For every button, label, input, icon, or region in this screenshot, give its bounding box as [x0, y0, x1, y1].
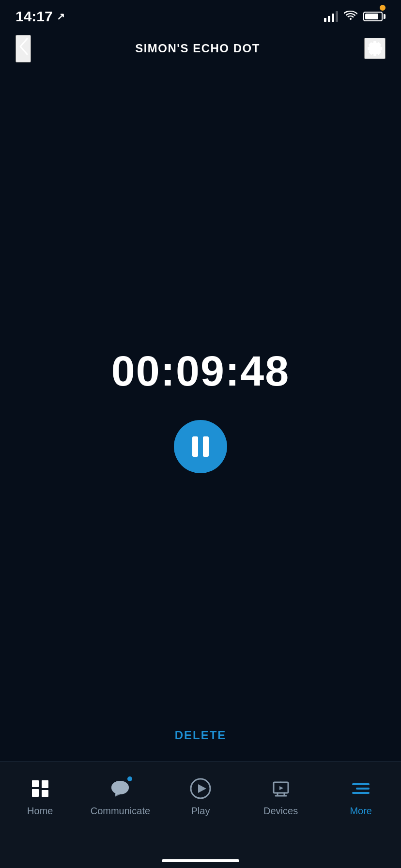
wifi-icon	[344, 10, 357, 23]
devices-icon	[269, 776, 293, 801]
nav-header: SIMON'S ECHO DOT	[0, 29, 401, 68]
nav-item-more[interactable]: More	[321, 772, 401, 822]
nav-item-devices[interactable]: Devices	[241, 772, 321, 822]
signal-bar-4	[336, 11, 338, 22]
svg-rect-0	[32, 780, 39, 787]
svg-rect-2	[42, 780, 48, 788]
svg-marker-7	[198, 784, 206, 793]
nav-item-communicate[interactable]: Communicate	[80, 772, 161, 822]
status-bar: 14:17 ↗	[0, 0, 401, 29]
status-time: 14:17 ↗	[15, 8, 65, 25]
timer-display: 00:09:48	[111, 346, 290, 396]
more-line-2	[356, 788, 370, 790]
settings-button[interactable]	[364, 38, 386, 59]
page-title: SIMON'S ECHO DOT	[135, 42, 260, 55]
nav-label-home: Home	[27, 806, 53, 817]
nav-label-more: More	[350, 806, 372, 817]
back-button[interactable]	[15, 35, 31, 62]
nav-label-communicate: Communicate	[91, 806, 150, 817]
nav-item-home[interactable]: Home	[0, 772, 80, 822]
more-icon	[349, 776, 373, 801]
delete-button[interactable]: DELETE	[155, 719, 246, 752]
nav-label-play: Play	[191, 806, 210, 817]
home-icon	[28, 776, 52, 801]
svg-rect-3	[42, 790, 48, 797]
signal-strength-icon	[324, 11, 338, 22]
more-line-1	[352, 783, 370, 785]
orange-dot-indicator	[380, 5, 386, 11]
svg-rect-1	[32, 789, 39, 797]
communicate-notification-dot	[126, 775, 133, 782]
more-line-3	[352, 792, 370, 794]
main-content: 00:09:48	[0, 68, 401, 752]
pause-bar-right	[203, 436, 209, 457]
time-display: 14:17	[15, 8, 53, 25]
svg-point-5	[111, 781, 129, 794]
pause-bar-left	[192, 436, 198, 457]
signal-bar-1	[324, 18, 326, 22]
signal-bar-2	[328, 16, 330, 22]
pause-button[interactable]	[174, 420, 227, 473]
play-icon	[188, 776, 213, 801]
bottom-nav: Home Communicate Play	[0, 761, 401, 868]
navigation-arrow-icon: ↗	[57, 11, 65, 22]
home-indicator	[162, 859, 239, 862]
battery-icon	[363, 12, 386, 21]
signal-bar-3	[332, 14, 334, 22]
pause-icon	[192, 436, 209, 457]
nav-label-devices: Devices	[263, 806, 298, 817]
communicate-icon	[108, 776, 132, 801]
status-icons	[324, 10, 386, 23]
nav-item-play[interactable]: Play	[160, 772, 241, 822]
